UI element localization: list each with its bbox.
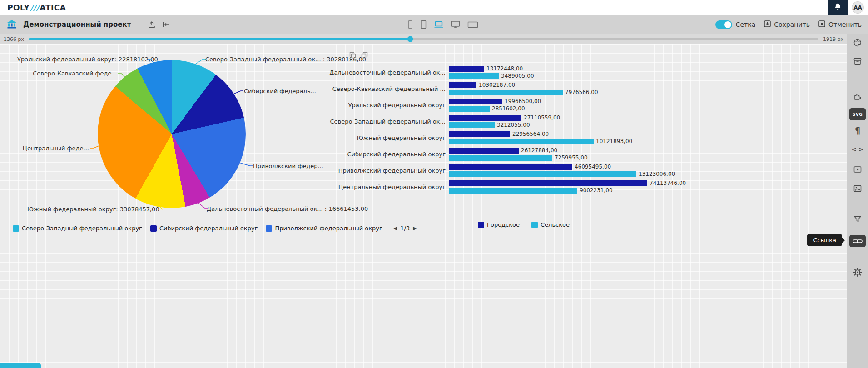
bar-rural[interactable] xyxy=(449,139,594,144)
user-avatar[interactable]: AA xyxy=(852,1,864,14)
bar-urban[interactable] xyxy=(449,66,484,72)
legend-item[interactable]: Сибирский федеральный округ xyxy=(150,225,258,232)
bar-value-label: 9002231,00 xyxy=(580,187,613,194)
bar-row: Южный федеральный округ22956564,00101218… xyxy=(318,129,686,146)
canvas-scrollbar-thumb[interactable] xyxy=(0,363,41,368)
width-slider-track[interactable] xyxy=(29,38,818,40)
arrange-back-icon[interactable] xyxy=(349,51,357,59)
slider-fill xyxy=(29,38,410,40)
bar-group: 74113746,009002231,00 xyxy=(449,180,686,194)
legend-next-button[interactable]: ▶ xyxy=(413,225,417,231)
palette-icon[interactable] xyxy=(853,38,862,47)
bar-urban[interactable] xyxy=(449,82,476,88)
viewport-presets xyxy=(407,20,478,29)
bar-urban[interactable] xyxy=(449,131,510,137)
video-widget-icon[interactable] xyxy=(853,165,862,174)
app: POLY///ATICA AA Демонстрационный проект xyxy=(0,0,868,368)
logo-part1: POLY xyxy=(7,3,30,12)
bar-rural[interactable] xyxy=(449,122,495,128)
legend-color-swatch xyxy=(531,222,538,228)
bar-rural[interactable] xyxy=(449,106,490,112)
width-slider-min-label: 1366 px xyxy=(4,36,24,42)
pie-slice-label: Северо-Кавказский феде... xyxy=(26,70,117,77)
bar-rural[interactable] xyxy=(449,90,563,95)
content-area: 1366 px 1919 px xyxy=(0,34,868,368)
legend-item[interactable]: Северо-Западный федеральный округ xyxy=(13,225,142,232)
bar-urban[interactable] xyxy=(449,180,647,186)
bar-category-label: Уральский федеральный округ xyxy=(318,102,449,109)
pie-slice-label: Центральный феде... xyxy=(8,145,89,152)
filter-icon[interactable] xyxy=(853,215,862,224)
width-slider-row: 1366 px 1919 px xyxy=(0,34,847,44)
slider-knob[interactable] xyxy=(407,36,413,42)
legend-label: Сибирский федеральный округ xyxy=(159,225,258,232)
link-widget-icon[interactable] xyxy=(849,235,866,247)
plugin-puzzle-icon[interactable] xyxy=(853,92,862,101)
bar-category-label: Северо-Кавказский федеральный ... xyxy=(318,85,449,92)
viewport-phone-button[interactable] xyxy=(407,20,413,29)
bar-value-label: 10121893,00 xyxy=(596,138,632,144)
pie-label-line xyxy=(90,146,99,148)
logo-part2: ATICA xyxy=(40,3,66,12)
viewport-laptop-button[interactable] xyxy=(434,20,444,29)
grid-toggle[interactable] xyxy=(715,20,732,29)
bar-row: Приволжский федеральный округ46095495,00… xyxy=(318,162,686,179)
bar-row: Сибирский федеральный округ26127884,0072… xyxy=(318,146,686,162)
bar-urban[interactable] xyxy=(449,115,521,121)
grid-toggle-wrap: Сетка xyxy=(715,20,756,29)
bar-group: 26127884,007259955,00 xyxy=(449,148,588,161)
legend-item[interactable]: Городское xyxy=(478,221,520,228)
collapse-panel-icon[interactable] xyxy=(162,20,170,29)
legend-item[interactable]: Сельское xyxy=(531,221,570,228)
save-label: Сохранить xyxy=(774,21,810,28)
legend-color-swatch xyxy=(13,225,19,232)
cancel-label: Отменить xyxy=(828,21,862,28)
legend-color-swatch xyxy=(266,225,272,232)
bar-urban[interactable] xyxy=(449,148,519,154)
bar-value-label: 3212055,00 xyxy=(497,122,530,128)
bar-rural[interactable] xyxy=(449,73,499,79)
legend-prev-button[interactable]: ◀ xyxy=(393,225,397,231)
notifications-button[interactable] xyxy=(828,0,848,15)
bar-category-label: Сибирский федеральный округ xyxy=(318,151,449,158)
bar-category-label: Северо-Западный федеральный ок... xyxy=(318,118,449,125)
settings-gear-icon[interactable] xyxy=(853,267,863,277)
dashboard-canvas[interactable]: Северо-Западный федеральный ок... : 3028… xyxy=(0,44,847,368)
legend-item[interactable]: Приволжский федеральный округ xyxy=(266,225,382,232)
cancel-button[interactable]: Отменить xyxy=(818,20,862,29)
bar-rural[interactable] xyxy=(449,155,552,161)
bar-urban[interactable] xyxy=(449,99,502,104)
image-widget-icon[interactable] xyxy=(853,184,862,193)
legend-pager: ◀ 1/3 ▶ xyxy=(393,225,417,232)
viewport-widescreen-button[interactable] xyxy=(467,20,478,29)
legend-label: Сельское xyxy=(541,221,570,228)
bar-rural[interactable] xyxy=(449,188,577,194)
bar-group: 27110559,003212055,00 xyxy=(449,115,560,128)
pie-slice-label: Приволжский федер... xyxy=(253,163,323,169)
toolbar-left: Демонстрационный проект xyxy=(6,20,170,30)
bar-row: Центральный федеральный округ74113746,00… xyxy=(318,179,686,195)
pie-slice-label: Уральский федеральный округ: 22818102,00 xyxy=(17,56,146,63)
bar-value-label: 2851602,00 xyxy=(492,105,525,112)
viewport-desktop-button[interactable] xyxy=(451,20,461,29)
grid-toggle-knob xyxy=(724,21,731,28)
viewport-tablet-button[interactable] xyxy=(420,20,427,29)
export-upload-icon[interactable] xyxy=(148,20,156,29)
arrange-front-icon[interactable] xyxy=(361,51,368,59)
bar-urban[interactable] xyxy=(449,164,572,170)
toolbar-right: Сетка Сохранить Отменить xyxy=(715,20,862,29)
svg-image-icon[interactable]: SVG xyxy=(849,108,866,120)
bar-rows: Дальневосточный федеральный ок...1317244… xyxy=(318,64,686,195)
text-widget-icon[interactable]: ¶ xyxy=(855,126,860,135)
pie-chart[interactable] xyxy=(98,60,246,208)
bar-rural[interactable] xyxy=(449,171,636,177)
bar-group: 13172448,003489005,00 xyxy=(449,66,534,79)
bar-category-label: Центральный федеральный округ xyxy=(318,184,449,190)
bar-axis-line xyxy=(449,63,449,197)
bar-group: 19966500,002851602,00 xyxy=(449,99,541,112)
pie-label-line xyxy=(195,59,206,65)
legend-label: Городское xyxy=(487,221,520,228)
code-widget-icon[interactable]: < > xyxy=(852,146,863,153)
save-button[interactable]: Сохранить xyxy=(764,20,810,29)
widgets-drawer-icon[interactable] xyxy=(853,57,862,66)
